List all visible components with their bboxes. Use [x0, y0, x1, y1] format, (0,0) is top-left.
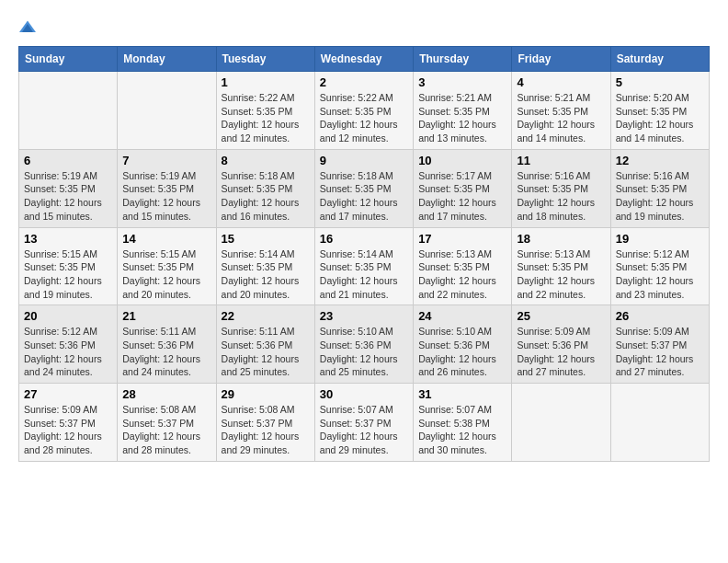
day-number: 18	[517, 232, 605, 246]
day-info: Sunrise: 5:18 AMSunset: 5:35 PMDaylight:…	[320, 169, 408, 224]
calendar-day-cell: 29Sunrise: 5:08 AMSunset: 5:37 PMDayligh…	[216, 384, 314, 462]
day-info: Sunrise: 5:11 AMSunset: 5:36 PMDaylight:…	[222, 325, 310, 379]
calendar-day-cell: 28Sunrise: 5:08 AMSunset: 5:37 PMDayligh…	[118, 384, 216, 462]
calendar-day-cell: 16Sunrise: 5:14 AMSunset: 5:35 PMDayligh…	[314, 227, 413, 305]
day-info: Sunrise: 5:13 AMSunset: 5:35 PMDaylight:…	[517, 247, 605, 302]
day-info: Sunrise: 5:15 AMSunset: 5:35 PMDaylight:…	[24, 247, 112, 302]
day-info: Sunrise: 5:10 AMSunset: 5:36 PMDaylight:…	[418, 325, 506, 379]
day-number: 24	[418, 309, 506, 323]
calendar-day-cell: 18Sunrise: 5:13 AMSunset: 5:35 PMDayligh…	[512, 227, 610, 305]
calendar-week-row: 13Sunrise: 5:15 AMSunset: 5:35 PMDayligh…	[19, 227, 710, 305]
day-number: 25	[517, 309, 605, 323]
calendar-day-cell: 9Sunrise: 5:18 AMSunset: 5:35 PMDaylight…	[314, 149, 413, 227]
day-number: 7	[122, 154, 210, 167]
day-number: 10	[418, 154, 506, 167]
calendar-body: 1Sunrise: 5:22 AMSunset: 5:35 PMDaylight…	[19, 72, 710, 462]
calendar-day-cell: 25Sunrise: 5:09 AMSunset: 5:36 PMDayligh…	[512, 305, 610, 384]
day-info: Sunrise: 5:12 AMSunset: 5:36 PMDaylight:…	[24, 325, 112, 379]
day-info: Sunrise: 5:09 AMSunset: 5:36 PMDaylight:…	[517, 325, 605, 379]
day-info: Sunrise: 5:15 AMSunset: 5:35 PMDaylight:…	[122, 247, 210, 302]
day-number: 5	[616, 75, 704, 89]
calendar-table: SundayMondayTuesdayWednesdayThursdayFrid…	[18, 46, 710, 462]
day-info: Sunrise: 5:12 AMSunset: 5:35 PMDaylight:…	[616, 247, 704, 302]
day-number: 13	[24, 232, 112, 246]
calendar-day-cell: 22Sunrise: 5:11 AMSunset: 5:36 PMDayligh…	[216, 305, 314, 384]
calendar-day-cell: 20Sunrise: 5:12 AMSunset: 5:36 PMDayligh…	[19, 305, 118, 384]
calendar-week-row: 20Sunrise: 5:12 AMSunset: 5:36 PMDayligh…	[19, 305, 710, 384]
calendar-day-cell: 12Sunrise: 5:16 AMSunset: 5:35 PMDayligh…	[610, 149, 709, 227]
day-number: 22	[222, 309, 310, 323]
page-header	[18, 18, 710, 37]
calendar-day-cell: 15Sunrise: 5:14 AMSunset: 5:35 PMDayligh…	[216, 227, 314, 305]
day-number: 31	[418, 387, 506, 401]
day-info: Sunrise: 5:21 AMSunset: 5:35 PMDaylight:…	[418, 91, 506, 145]
day-number: 4	[517, 75, 605, 89]
calendar-day-cell: 26Sunrise: 5:09 AMSunset: 5:37 PMDayligh…	[610, 305, 709, 384]
day-number: 2	[320, 75, 408, 89]
day-number: 19	[616, 232, 704, 246]
day-info: Sunrise: 5:16 AMSunset: 5:35 PMDaylight:…	[517, 169, 605, 224]
calendar-day-cell: 23Sunrise: 5:10 AMSunset: 5:36 PMDayligh…	[314, 305, 413, 384]
day-info: Sunrise: 5:14 AMSunset: 5:35 PMDaylight:…	[320, 247, 408, 302]
calendar-day-cell	[118, 72, 216, 150]
day-info: Sunrise: 5:22 AMSunset: 5:35 PMDaylight:…	[320, 91, 408, 145]
calendar-day-cell: 11Sunrise: 5:16 AMSunset: 5:35 PMDayligh…	[512, 149, 610, 227]
day-number: 21	[122, 309, 210, 323]
day-number: 26	[616, 309, 704, 323]
calendar-day-cell: 27Sunrise: 5:09 AMSunset: 5:37 PMDayligh…	[19, 384, 118, 462]
day-number: 16	[320, 232, 408, 246]
day-number: 1	[222, 75, 310, 89]
calendar-day-cell: 2Sunrise: 5:22 AMSunset: 5:35 PMDaylight…	[314, 72, 413, 150]
day-info: Sunrise: 5:08 AMSunset: 5:37 PMDaylight:…	[222, 403, 310, 457]
day-number: 9	[320, 154, 408, 167]
calendar-day-cell: 4Sunrise: 5:21 AMSunset: 5:35 PMDaylight…	[512, 72, 610, 150]
calendar-day-cell	[512, 384, 610, 462]
day-info: Sunrise: 5:10 AMSunset: 5:36 PMDaylight:…	[320, 325, 408, 379]
calendar-day-cell: 13Sunrise: 5:15 AMSunset: 5:35 PMDayligh…	[19, 227, 118, 305]
day-number: 12	[616, 154, 704, 167]
day-number: 30	[320, 387, 408, 401]
calendar-day-cell: 19Sunrise: 5:12 AMSunset: 5:35 PMDayligh…	[610, 227, 709, 305]
day-number: 17	[418, 232, 506, 246]
calendar-day-cell: 8Sunrise: 5:18 AMSunset: 5:35 PMDaylight…	[216, 149, 314, 227]
calendar-day-cell: 17Sunrise: 5:13 AMSunset: 5:35 PMDayligh…	[414, 227, 512, 305]
calendar-day-cell: 6Sunrise: 5:19 AMSunset: 5:35 PMDaylight…	[19, 149, 118, 227]
calendar-day-cell: 30Sunrise: 5:07 AMSunset: 5:37 PMDayligh…	[314, 384, 413, 462]
calendar-day-cell: 3Sunrise: 5:21 AMSunset: 5:35 PMDaylight…	[414, 72, 512, 150]
calendar-day-cell: 7Sunrise: 5:19 AMSunset: 5:35 PMDaylight…	[118, 149, 216, 227]
day-number: 29	[222, 387, 310, 401]
calendar-day-cell: 1Sunrise: 5:22 AMSunset: 5:35 PMDaylight…	[216, 72, 314, 150]
day-info: Sunrise: 5:22 AMSunset: 5:35 PMDaylight:…	[222, 91, 310, 145]
calendar-week-row: 6Sunrise: 5:19 AMSunset: 5:35 PMDaylight…	[19, 149, 710, 227]
day-info: Sunrise: 5:08 AMSunset: 5:37 PMDaylight:…	[122, 403, 210, 457]
day-info: Sunrise: 5:19 AMSunset: 5:35 PMDaylight:…	[122, 169, 210, 224]
day-info: Sunrise: 5:11 AMSunset: 5:36 PMDaylight:…	[122, 325, 210, 379]
logo	[18, 18, 40, 37]
day-number: 28	[122, 387, 210, 401]
day-of-week-header: Monday	[118, 47, 216, 72]
day-number: 15	[222, 232, 310, 246]
day-info: Sunrise: 5:07 AMSunset: 5:38 PMDaylight:…	[418, 403, 506, 457]
day-info: Sunrise: 5:14 AMSunset: 5:35 PMDaylight:…	[222, 247, 310, 302]
day-number: 20	[24, 309, 112, 323]
day-number: 3	[418, 75, 506, 89]
day-info: Sunrise: 5:21 AMSunset: 5:35 PMDaylight:…	[517, 91, 605, 145]
day-number: 23	[320, 309, 408, 323]
calendar-day-cell: 14Sunrise: 5:15 AMSunset: 5:35 PMDayligh…	[118, 227, 216, 305]
calendar-week-row: 27Sunrise: 5:09 AMSunset: 5:37 PMDayligh…	[19, 384, 710, 462]
day-of-week-header: Saturday	[610, 47, 709, 72]
day-info: Sunrise: 5:16 AMSunset: 5:35 PMDaylight:…	[616, 169, 704, 224]
calendar-day-cell: 31Sunrise: 5:07 AMSunset: 5:38 PMDayligh…	[414, 384, 512, 462]
calendar-day-cell	[610, 384, 709, 462]
logo-icon	[18, 18, 37, 37]
day-info: Sunrise: 5:19 AMSunset: 5:35 PMDaylight:…	[24, 169, 112, 224]
day-number: 14	[122, 232, 210, 246]
calendar-day-cell: 24Sunrise: 5:10 AMSunset: 5:36 PMDayligh…	[414, 305, 512, 384]
day-info: Sunrise: 5:13 AMSunset: 5:35 PMDaylight:…	[418, 247, 506, 302]
day-of-week-header: Thursday	[414, 47, 512, 72]
day-number: 6	[24, 154, 112, 167]
calendar-week-row: 1Sunrise: 5:22 AMSunset: 5:35 PMDaylight…	[19, 72, 710, 150]
day-info: Sunrise: 5:20 AMSunset: 5:35 PMDaylight:…	[616, 91, 704, 145]
day-info: Sunrise: 5:18 AMSunset: 5:35 PMDaylight:…	[222, 169, 310, 224]
day-number: 27	[24, 387, 112, 401]
